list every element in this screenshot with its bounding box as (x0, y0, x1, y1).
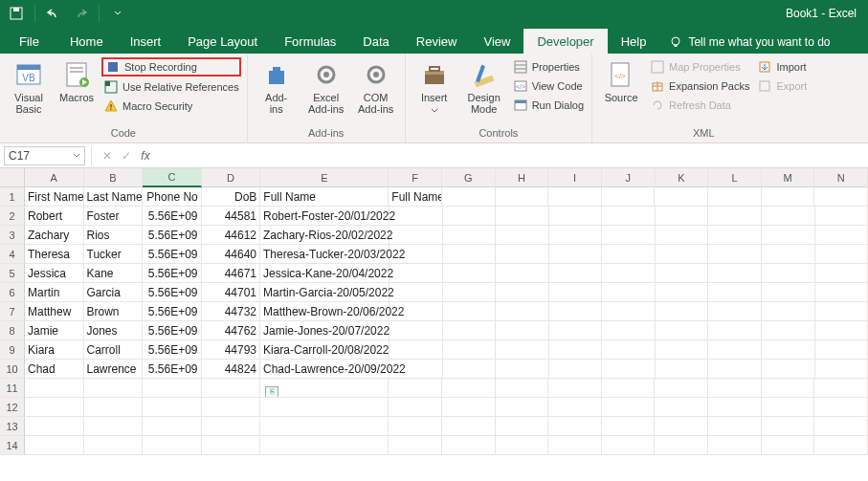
cell[interactable] (815, 302, 869, 321)
cell[interactable]: Phone No (143, 187, 202, 207)
cell[interactable] (496, 226, 549, 245)
cell[interactable]: Brown (84, 302, 144, 321)
cell[interactable] (549, 283, 603, 302)
cell[interactable] (496, 264, 549, 283)
cell[interactable] (389, 360, 443, 379)
cell[interactable] (762, 398, 815, 417)
cell[interactable] (655, 436, 708, 455)
source-button[interactable]: </> Source (598, 57, 644, 125)
row-header[interactable]: 13 (0, 417, 25, 436)
cell[interactable] (389, 264, 443, 283)
column-header[interactable]: C (143, 168, 202, 187)
column-header[interactable]: D (202, 168, 261, 187)
cell[interactable] (762, 302, 815, 321)
cell[interactable] (202, 436, 261, 455)
tab-page-layout[interactable]: Page Layout (174, 29, 271, 54)
cell[interactable] (25, 379, 84, 398)
enter-formula-icon[interactable]: ✓ (117, 149, 136, 163)
cell[interactable] (815, 340, 869, 360)
cell[interactable] (655, 398, 708, 417)
column-header[interactable]: G (442, 168, 496, 187)
cell[interactable]: Garcia (84, 283, 144, 302)
tab-view[interactable]: View (470, 29, 523, 54)
cell[interactable] (442, 187, 496, 207)
view-code-button[interactable]: </> View Code (511, 77, 586, 95)
cell[interactable] (708, 436, 762, 455)
cell[interactable]: 44581 (202, 207, 261, 226)
cell[interactable]: Jessica (25, 264, 84, 283)
cell[interactable] (708, 321, 762, 340)
cell[interactable] (549, 360, 603, 379)
cell[interactable] (389, 283, 443, 302)
cell[interactable] (496, 321, 549, 340)
cell[interactable] (496, 302, 549, 321)
cell[interactable]: Rios (84, 226, 144, 245)
cell[interactable] (443, 245, 497, 264)
cell[interactable]: ⎘ (260, 379, 389, 398)
tab-file[interactable]: File (2, 29, 56, 54)
cell[interactable] (656, 207, 709, 226)
worksheet-grid[interactable]: 1234567891011121314 ABCDEFGHIJKLMN First… (0, 168, 868, 455)
cell[interactable] (708, 187, 762, 207)
cell[interactable]: 5.56E+09 (143, 245, 202, 264)
cell[interactable]: DoB (202, 187, 261, 207)
cell[interactable]: Robert (25, 207, 84, 226)
cell[interactable] (443, 264, 497, 283)
tab-data[interactable]: Data (349, 29, 402, 54)
cell[interactable]: 44640 (202, 245, 261, 264)
cell[interactable] (84, 436, 144, 455)
cell[interactable]: Chad (25, 360, 84, 379)
cell[interactable] (442, 398, 496, 417)
cell[interactable] (260, 417, 389, 436)
cell[interactable] (708, 226, 762, 245)
row-header[interactable]: 1 (0, 187, 25, 207)
cell[interactable] (443, 321, 497, 340)
expansion-packs-button[interactable]: Expansion Packs (648, 77, 751, 95)
cell[interactable] (84, 398, 144, 417)
cell[interactable]: 5.56E+09 (143, 264, 202, 283)
cell[interactable] (548, 436, 602, 455)
cell[interactable] (708, 302, 762, 321)
cell[interactable] (602, 245, 656, 264)
cell[interactable] (656, 283, 709, 302)
fx-icon[interactable]: fx (136, 149, 155, 163)
cell[interactable]: Jones (84, 321, 144, 340)
cell[interactable] (815, 283, 869, 302)
insert-control-button[interactable]: Insert (412, 57, 457, 125)
cell[interactable]: 5.56E+09 (143, 321, 202, 340)
cell[interactable] (708, 398, 762, 417)
cell[interactable] (548, 187, 602, 207)
cell[interactable]: 44732 (202, 302, 261, 321)
cell[interactable] (602, 379, 656, 398)
cell[interactable] (25, 398, 84, 417)
cell[interactable] (442, 436, 496, 455)
cell[interactable]: Robert-Foster-20/01/2022 (260, 207, 389, 226)
column-header[interactable]: L (708, 168, 762, 187)
cell[interactable] (25, 417, 84, 436)
addins-button[interactable]: Add-ins (254, 57, 300, 125)
cell[interactable] (443, 302, 497, 321)
cell[interactable] (656, 302, 709, 321)
row-header[interactable]: 11 (0, 379, 25, 398)
row-header[interactable]: 9 (0, 340, 25, 360)
qat-customize-icon[interactable] (107, 3, 128, 24)
cell[interactable] (762, 226, 815, 245)
cell[interactable] (602, 207, 656, 226)
cell[interactable] (762, 379, 815, 398)
cell[interactable] (655, 417, 708, 436)
cell[interactable] (202, 417, 261, 436)
cell[interactable]: Chad-Lawrence-20/09/2022 (260, 360, 389, 379)
cell[interactable] (602, 302, 656, 321)
cell[interactable]: Jamie-Jones-20/07/2022 (260, 321, 389, 340)
tab-insert[interactable]: Insert (117, 29, 175, 54)
column-header[interactable]: E (260, 168, 389, 187)
cell[interactable] (602, 264, 656, 283)
tab-formulas[interactable]: Formulas (271, 29, 349, 54)
properties-button[interactable]: Properties (511, 58, 586, 76)
cell[interactable] (814, 417, 868, 436)
cell[interactable] (549, 207, 603, 226)
cell[interactable] (762, 417, 815, 436)
cell[interactable]: Lawrence (84, 360, 144, 379)
cell[interactable] (548, 379, 602, 398)
cell[interactable] (84, 379, 144, 398)
